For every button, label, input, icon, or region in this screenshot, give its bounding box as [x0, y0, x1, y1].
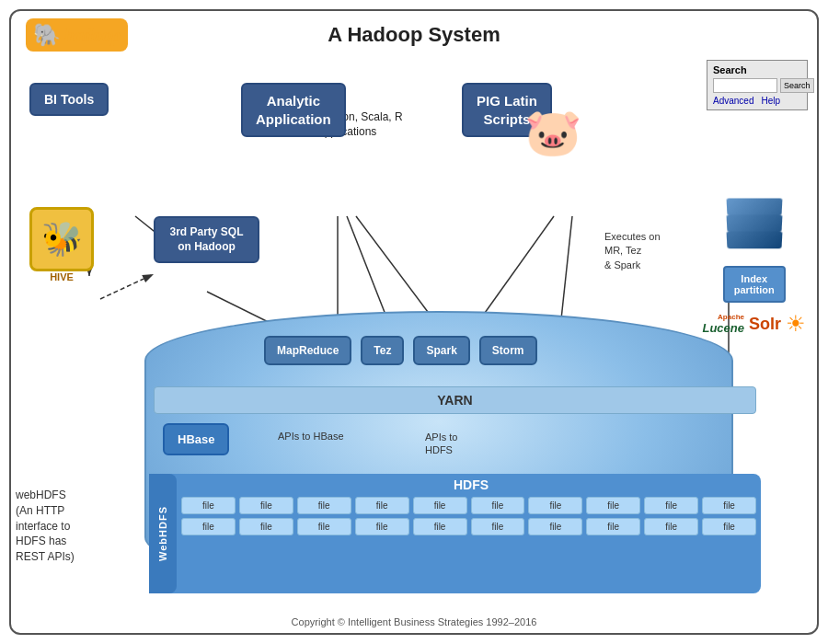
file-cell: file [471, 518, 525, 535]
copyright: Copyright © Intelligent Business Strateg… [11, 616, 817, 627]
apis-hbase-label: APIs to HBase [278, 431, 344, 442]
file-cell: file [586, 497, 640, 514]
file-cell: file [528, 518, 582, 535]
main-container: 🐘 hadoop A Hadoop System [9, 9, 819, 635]
lucene-label: Lucene [702, 321, 744, 335]
file-cell: file [644, 497, 698, 514]
pig-mascot-icon: 🐷 [524, 106, 581, 159]
search-title: Search [713, 64, 801, 75]
lucene-solr-area: Apache Lucene Solr ☀ [702, 311, 806, 337]
file-cell: file [702, 497, 756, 514]
diagram: SQL SQL Java, Python, Scala, R Applicati… [11, 55, 817, 607]
file-cell: file [297, 518, 351, 535]
third-party-sql-box: 3rd Party SQL on Hadoop [154, 216, 259, 263]
file-cell: file [471, 497, 525, 514]
solr-label: Solr [749, 315, 781, 334]
search-row: Search [713, 78, 801, 93]
storm-box: Storm [479, 336, 537, 365]
tez-box: Tez [361, 336, 404, 365]
apis-hdfs-label: APIs to HDFS [425, 431, 457, 457]
elephant-icon: 🐘 [33, 22, 61, 48]
search-input[interactable] [713, 78, 777, 93]
apache-label: Apache [718, 313, 744, 321]
file-cell: file [702, 518, 756, 535]
file-cell: file [355, 497, 409, 514]
file-cell: file [413, 497, 467, 514]
index-partition-icon [722, 198, 787, 262]
svg-line-4 [100, 274, 154, 299]
hive-area: 🐝 HIVE [29, 207, 94, 282]
hbase-box: HBase [163, 423, 229, 455]
file-cell: file [181, 518, 236, 535]
webhdfs-vert-label: WebHDFS [149, 474, 177, 593]
index-area: Index partition Apache Lucene Solr ☀ [702, 198, 806, 337]
analytic-app-box: Analytic Application [241, 83, 346, 137]
file-cell: file [297, 497, 351, 514]
file-cell: file [528, 497, 582, 514]
hadoop-brand-text: hadoop [64, 25, 121, 46]
search-widget: Search Search Advanced Help [707, 60, 808, 110]
search-button[interactable]: Search [780, 78, 814, 93]
hdfs-title: HDFS [181, 477, 761, 492]
file-cell: file [586, 518, 640, 535]
hadoop-logo: 🐘 hadoop [26, 18, 128, 52]
webhdfs-label: webHDFS (An HTTP interface to HDFS has R… [16, 488, 135, 565]
index-partition-label: Index partition [723, 266, 786, 303]
bi-tools-box: BI Tools [29, 83, 109, 116]
file-cell: file [239, 497, 293, 514]
process-boxes-row: MapReduce Tez Spark Storm [264, 336, 537, 365]
file-cell: file [239, 518, 293, 535]
solr-sun-icon: ☀ [786, 311, 806, 337]
file-cell: file [355, 518, 409, 535]
help-link[interactable]: Help [761, 96, 780, 106]
mapreduce-box: MapReduce [264, 336, 351, 365]
hdfs-container: WebHDFS HDFS filefilefilefilefilefilefil… [149, 474, 761, 593]
file-cell: file [413, 518, 467, 535]
advanced-link[interactable]: Advanced [713, 96, 753, 106]
hive-icon: 🐝 [29, 207, 94, 271]
page-title: A Hadoop System [328, 23, 500, 47]
file-cell: file [181, 497, 236, 514]
hadoop-logo-box: 🐘 hadoop [26, 18, 128, 52]
spark-box: Spark [413, 336, 469, 365]
file-grid: filefilefilefilefilefilefilefilefilefile… [181, 497, 756, 535]
executes-label: Executes on MR, Tez & Spark [604, 230, 661, 272]
bee-icon: 🐝 [41, 220, 83, 259]
file-cell: file [644, 518, 698, 535]
header: 🐘 hadoop A Hadoop System [11, 11, 817, 55]
search-links: Advanced Help [713, 96, 801, 106]
yarn-bar: YARN [154, 386, 756, 414]
hive-label: HIVE [29, 271, 94, 282]
